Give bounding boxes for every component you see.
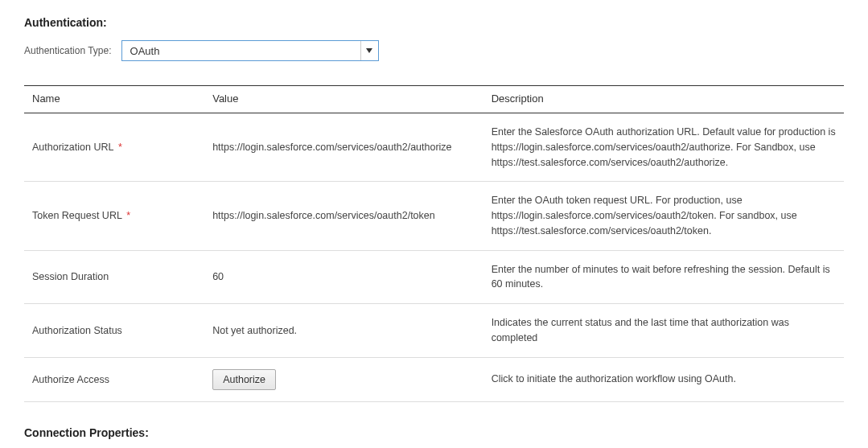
- row-name-text: Authorization URL: [32, 142, 113, 153]
- table-row: Authorization URL *https://login.salesfo…: [24, 113, 844, 182]
- row-name: Token Request URL *: [24, 182, 204, 250]
- auth-type-label: Authentication Type:: [24, 45, 112, 56]
- chevron-down-icon[interactable]: [360, 41, 378, 60]
- row-name: Authorization Status: [24, 304, 204, 358]
- authentication-heading: Authentication:: [24, 16, 844, 29]
- row-value: 60: [204, 250, 483, 304]
- row-description: Enter the Salesforce OAuth authorization…: [483, 113, 844, 182]
- row-description: Enter the number of minutes to wait befo…: [483, 250, 844, 304]
- row-value: https://login.salesforce.com/services/oa…: [204, 182, 483, 250]
- table-row: Authorize AccessAuthorizeClick to initia…: [24, 357, 844, 401]
- table-row: Authorization StatusNot yet authorized.I…: [24, 304, 844, 358]
- auth-type-row: Authentication Type: OAuth: [24, 40, 844, 61]
- row-name: Session Duration: [24, 250, 204, 304]
- row-name-text: Authorization Status: [32, 325, 122, 336]
- row-name-text: Token Request URL: [32, 210, 122, 221]
- row-value: https://login.salesforce.com/services/oa…: [204, 113, 483, 182]
- auth-type-dropdown[interactable]: OAuth: [121, 40, 379, 61]
- auth-col-description: Description: [483, 86, 844, 113]
- authorize-button[interactable]: Authorize: [212, 369, 276, 390]
- auth-type-value: OAuth: [122, 45, 360, 57]
- row-name-text: Session Duration: [32, 271, 109, 282]
- row-name-text: Authorize Access: [32, 374, 109, 385]
- table-row: Token Request URL *https://login.salesfo…: [24, 182, 844, 250]
- auth-col-name: Name: [24, 86, 204, 113]
- required-indicator: *: [115, 142, 121, 153]
- row-name: Authorize Access: [24, 357, 204, 401]
- row-value: Not yet authorized.: [204, 304, 483, 358]
- auth-col-value: Value: [204, 86, 483, 113]
- row-description: Click to initiate the authorization work…: [483, 357, 844, 401]
- connection-properties-heading: Connection Properties:: [24, 426, 844, 439]
- authentication-table: Name Value Description Authorization URL…: [24, 85, 844, 402]
- table-row: Session Duration60Enter the number of mi…: [24, 250, 844, 304]
- row-description: Indicates the current status and the las…: [483, 304, 844, 358]
- row-description: Enter the OAuth token request URL. For p…: [483, 182, 844, 250]
- row-name: Authorization URL *: [24, 113, 204, 182]
- row-value: Authorize: [204, 357, 483, 401]
- required-indicator: *: [124, 210, 130, 221]
